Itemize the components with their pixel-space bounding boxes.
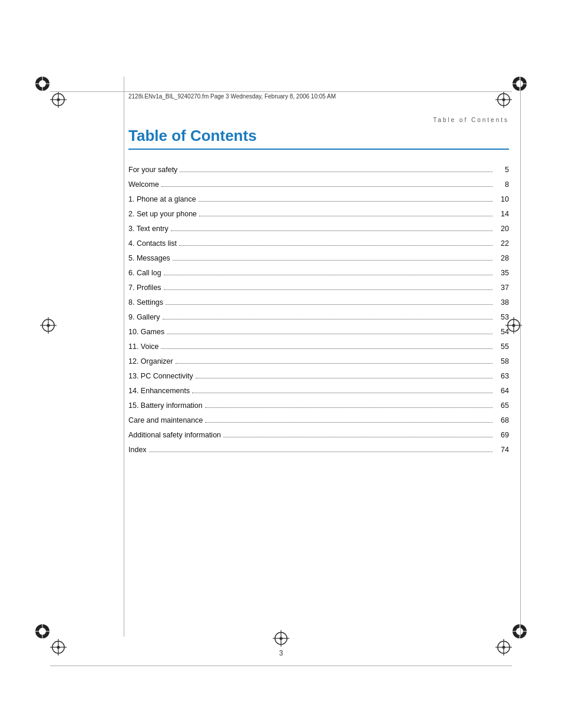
file-info: 2128i.ENv1a_BIL_9240270.fm Page 3 Wednes… — [128, 93, 336, 100]
reg-mark-tl-inner — [50, 91, 67, 108]
toc-entry-label: 1. Phone at a glance — [128, 193, 196, 205]
reg-mark-bc — [273, 630, 289, 647]
reg-mark-br-outer — [511, 623, 528, 640]
toc-entry-page: 14 — [495, 208, 509, 220]
toc-entry-label: 5. Messages — [128, 252, 170, 264]
toc-entry: 6. Call log35 — [128, 267, 509, 279]
toc-entry: 2. Set up your phone14 — [128, 208, 509, 220]
toc-entry-label: 2. Set up your phone — [128, 208, 197, 220]
toc-entry-dots — [199, 201, 492, 202]
toc-list: For your safety5Welcome81. Phone at a gl… — [128, 164, 509, 456]
toc-entry: Care and maintenance68 — [128, 414, 509, 426]
toc-entry-page: 65 — [495, 400, 509, 411]
toc-entry: 11. Voice55 — [128, 341, 509, 353]
reg-mark-bl-outer — [34, 623, 51, 640]
content-area: Table of Contents For your safety5Welcom… — [128, 127, 509, 459]
toc-entry-page: 58 — [495, 355, 509, 367]
toc-entry-dots — [199, 216, 492, 216]
toc-entry-label: 3. Text entry — [128, 223, 168, 235]
toc-entry-dots — [166, 304, 492, 305]
toc-entry-dots — [205, 407, 492, 408]
toc-entry-page: 37 — [495, 282, 509, 294]
toc-entry-label: 14. Enhancements — [128, 385, 190, 397]
toc-entry-page: 69 — [495, 429, 509, 441]
toc-entry-label: 4. Contacts list — [128, 238, 177, 249]
toc-entry-dots — [163, 319, 493, 319]
page: 2128i.ENv1a_BIL_9240270.fm Page 3 Wednes… — [0, 0, 562, 728]
toc-entry-label: 12. Organizer — [128, 355, 173, 367]
toc-entry-page: 22 — [495, 238, 509, 249]
toc-entry: 4. Contacts list22 — [128, 238, 509, 249]
toc-entry-label: 13. PC Connectivity — [128, 370, 193, 382]
toc-entry-label: Index — [128, 444, 147, 456]
toc-entry-label: 9. Gallery — [128, 311, 160, 323]
toc-entry: 9. Gallery53 — [128, 311, 509, 323]
toc-entry: 8. Settings38 — [128, 297, 509, 308]
toc-entry-dots — [161, 186, 492, 187]
toc-entry: Welcome8 — [128, 179, 509, 190]
toc-entry-label: 7. Profiles — [128, 282, 161, 294]
reg-mark-ml — [40, 317, 57, 334]
toc-entry-page: 74 — [495, 444, 509, 456]
toc-entry-page: 55 — [495, 341, 509, 353]
toc-entry-page: 38 — [495, 297, 509, 308]
toc-entry-dots — [196, 378, 492, 378]
toc-entry-label: 11. Voice — [128, 341, 158, 353]
toc-entry-page: 64 — [495, 385, 509, 397]
toc-entry-page: 5 — [495, 164, 509, 176]
toc-entry: 10. Games54 — [128, 326, 509, 338]
toc-entry-dots — [149, 452, 492, 452]
toc-entry: Index74 — [128, 444, 509, 456]
toc-entry-label: Additional safety information — [128, 429, 221, 441]
toc-entry-page: 53 — [495, 311, 509, 323]
reg-mark-tl-outer — [34, 75, 51, 92]
toc-entry-page: 28 — [495, 252, 509, 264]
toc-entry-dots — [173, 260, 492, 261]
reg-mark-bl-inner — [50, 639, 67, 655]
toc-entry: 3. Text entry20 — [128, 223, 509, 235]
toc-entry-dots — [205, 422, 492, 423]
toc-entry-page: 54 — [495, 326, 509, 338]
toc-entry-dots — [180, 172, 492, 172]
toc-entry: 12. Organizer58 — [128, 355, 509, 367]
running-header: Table of Contents — [433, 117, 509, 123]
toc-entry-dots — [164, 289, 492, 290]
toc-entry-page: 8 — [495, 179, 509, 190]
toc-entry-page: 35 — [495, 267, 509, 279]
reg-mark-br-inner — [495, 639, 512, 655]
toc-entry: 5. Messages28 — [128, 252, 509, 264]
left-margin-line — [124, 77, 124, 637]
toc-entry: 13. PC Connectivity63 — [128, 370, 509, 382]
toc-entry-page: 10 — [495, 193, 509, 205]
bottom-border-line — [50, 666, 512, 666]
toc-entry-dots — [223, 437, 492, 437]
top-border-line — [50, 91, 512, 92]
toc-entry-dots — [176, 363, 492, 364]
toc-entry-label: Care and maintenance — [128, 414, 203, 426]
toc-entry-dots — [192, 393, 492, 393]
toc-entry-label: For your safety — [128, 164, 177, 176]
toc-title: Table of Contents — [128, 127, 509, 145]
toc-entry: 1. Phone at a glance10 — [128, 193, 509, 205]
toc-entry: 14. Enhancements64 — [128, 385, 509, 397]
toc-entry-page: 20 — [495, 223, 509, 235]
toc-entry-page: 63 — [495, 370, 509, 382]
toc-entry-label: 10. Games — [128, 326, 164, 338]
page-number: 3 — [279, 649, 283, 657]
toc-entry: 15. Battery information65 — [128, 400, 509, 411]
toc-entry-label: 15. Battery information — [128, 400, 203, 411]
toc-entry-dots — [164, 275, 492, 275]
toc-entry-dots — [167, 334, 492, 334]
toc-entry-label: Welcome — [128, 179, 159, 190]
reg-mark-tr-inner — [495, 91, 512, 108]
toc-entry-label: 8. Settings — [128, 297, 163, 308]
title-underline — [128, 149, 509, 150]
toc-entry: Additional safety information69 — [128, 429, 509, 441]
toc-entry-dots — [179, 245, 492, 246]
toc-entry-dots — [161, 348, 492, 349]
toc-entry: For your safety5 — [128, 164, 509, 176]
toc-entry-page: 68 — [495, 414, 509, 426]
toc-entry-dots — [171, 230, 492, 231]
reg-mark-tr-outer — [511, 75, 528, 92]
toc-entry: 7. Profiles37 — [128, 282, 509, 294]
